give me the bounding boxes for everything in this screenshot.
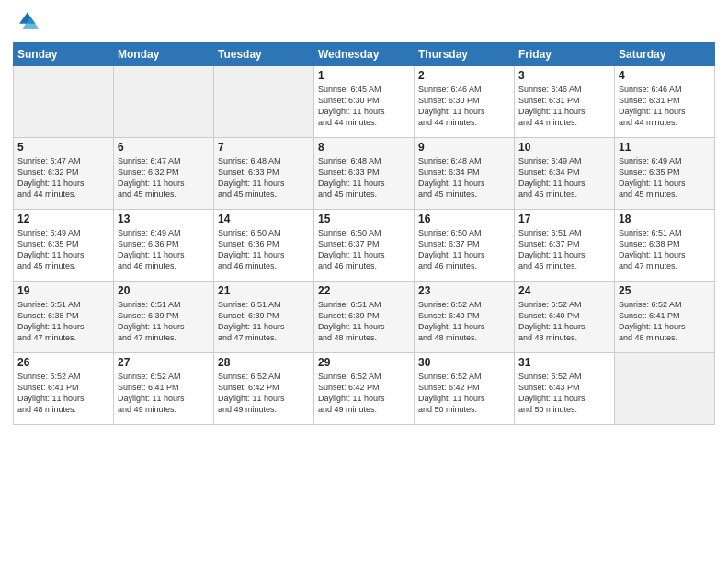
calendar-week-1: 1Sunrise: 6:45 AM Sunset: 6:30 PM Daylig… (14, 66, 715, 138)
day-info: Sunrise: 6:48 AM Sunset: 6:33 PM Dayligh… (218, 155, 310, 201)
day-info: Sunrise: 6:50 AM Sunset: 6:37 PM Dayligh… (318, 227, 410, 272)
day-number: 29 (318, 356, 410, 369)
day-info: Sunrise: 6:46 AM Sunset: 6:31 PM Dayligh… (619, 84, 711, 129)
day-number: 27 (118, 356, 210, 369)
day-number: 25 (619, 284, 711, 297)
day-info: Sunrise: 6:51 AM Sunset: 6:39 PM Dayligh… (318, 299, 410, 344)
calendar-cell: 29Sunrise: 6:52 AM Sunset: 6:42 PM Dayli… (314, 353, 415, 425)
calendar-table: SundayMondayTuesdayWednesdayThursdayFrid… (13, 42, 715, 425)
day-info: Sunrise: 6:52 AM Sunset: 6:40 PM Dayligh… (418, 299, 510, 344)
weekday-header-thursday: Thursday (415, 43, 515, 66)
calendar-cell (114, 66, 214, 138)
day-number: 11 (619, 141, 711, 154)
weekday-header-saturday: Saturday (615, 43, 715, 66)
day-info: Sunrise: 6:47 AM Sunset: 6:32 PM Dayligh… (17, 155, 109, 201)
day-info: Sunrise: 6:51 AM Sunset: 6:38 PM Dayligh… (17, 299, 109, 344)
day-info: Sunrise: 6:48 AM Sunset: 6:34 PM Dayligh… (418, 155, 510, 201)
day-number: 24 (518, 284, 610, 297)
day-number: 21 (218, 284, 310, 297)
day-number: 9 (418, 141, 510, 154)
day-number: 18 (619, 213, 711, 225)
calendar-cell: 15Sunrise: 6:50 AM Sunset: 6:37 PM Dayli… (314, 210, 415, 282)
day-info: Sunrise: 6:52 AM Sunset: 6:41 PM Dayligh… (17, 371, 109, 416)
day-number: 26 (17, 356, 109, 369)
calendar-cell: 19Sunrise: 6:51 AM Sunset: 6:38 PM Dayli… (14, 282, 114, 353)
day-number: 4 (619, 69, 711, 82)
calendar-cell: 11Sunrise: 6:49 AM Sunset: 6:35 PM Dayli… (615, 138, 715, 210)
day-number: 13 (118, 213, 210, 225)
day-info: Sunrise: 6:49 AM Sunset: 6:36 PM Dayligh… (118, 227, 210, 272)
day-info: Sunrise: 6:51 AM Sunset: 6:37 PM Dayligh… (518, 227, 610, 272)
day-info: Sunrise: 6:46 AM Sunset: 6:30 PM Dayligh… (418, 84, 510, 129)
calendar-week-5: 26Sunrise: 6:52 AM Sunset: 6:41 PM Dayli… (14, 353, 715, 425)
weekday-header-row: SundayMondayTuesdayWednesdayThursdayFrid… (14, 43, 715, 66)
day-info: Sunrise: 6:47 AM Sunset: 6:32 PM Dayligh… (118, 155, 210, 201)
day-number: 15 (318, 213, 410, 225)
day-number: 22 (318, 284, 410, 297)
logo-icon (13, 9, 39, 35)
day-info: Sunrise: 6:46 AM Sunset: 6:31 PM Dayligh… (518, 84, 610, 129)
calendar-cell: 24Sunrise: 6:52 AM Sunset: 6:40 PM Dayli… (515, 282, 615, 353)
day-info: Sunrise: 6:52 AM Sunset: 6:42 PM Dayligh… (318, 371, 410, 416)
page-header (13, 9, 715, 35)
day-info: Sunrise: 6:49 AM Sunset: 6:35 PM Dayligh… (17, 227, 109, 272)
calendar-cell: 27Sunrise: 6:52 AM Sunset: 6:41 PM Dayli… (114, 353, 214, 425)
calendar-cell: 9Sunrise: 6:48 AM Sunset: 6:34 PM Daylig… (415, 138, 515, 210)
day-number: 19 (17, 284, 109, 297)
day-number: 3 (518, 69, 610, 82)
day-info: Sunrise: 6:51 AM Sunset: 6:39 PM Dayligh… (218, 299, 310, 344)
calendar-cell: 2Sunrise: 6:46 AM Sunset: 6:30 PM Daylig… (415, 66, 515, 138)
calendar-cell: 25Sunrise: 6:52 AM Sunset: 6:41 PM Dayli… (615, 282, 715, 353)
calendar-cell: 10Sunrise: 6:49 AM Sunset: 6:34 PM Dayli… (515, 138, 615, 210)
day-info: Sunrise: 6:52 AM Sunset: 6:41 PM Dayligh… (619, 299, 711, 344)
calendar-cell: 14Sunrise: 6:50 AM Sunset: 6:36 PM Dayli… (214, 210, 314, 282)
calendar-cell: 8Sunrise: 6:48 AM Sunset: 6:33 PM Daylig… (314, 138, 415, 210)
calendar-cell: 6Sunrise: 6:47 AM Sunset: 6:32 PM Daylig… (114, 138, 214, 210)
calendar-cell: 17Sunrise: 6:51 AM Sunset: 6:37 PM Dayli… (515, 210, 615, 282)
day-number: 6 (118, 141, 210, 154)
calendar-cell: 20Sunrise: 6:51 AM Sunset: 6:39 PM Dayli… (114, 282, 214, 353)
calendar-cell (14, 66, 114, 138)
calendar-cell: 22Sunrise: 6:51 AM Sunset: 6:39 PM Dayli… (314, 282, 415, 353)
calendar-page: SundayMondayTuesdayWednesdayThursdayFrid… (0, 0, 728, 563)
calendar-cell: 28Sunrise: 6:52 AM Sunset: 6:42 PM Dayli… (214, 353, 314, 425)
day-number: 14 (218, 213, 310, 225)
day-number: 7 (218, 141, 310, 154)
day-info: Sunrise: 6:52 AM Sunset: 6:41 PM Dayligh… (118, 371, 210, 416)
day-info: Sunrise: 6:52 AM Sunset: 6:40 PM Dayligh… (518, 299, 610, 344)
day-info: Sunrise: 6:50 AM Sunset: 6:37 PM Dayligh… (418, 227, 510, 272)
day-info: Sunrise: 6:49 AM Sunset: 6:34 PM Dayligh… (518, 155, 610, 201)
calendar-cell: 12Sunrise: 6:49 AM Sunset: 6:35 PM Dayli… (14, 210, 114, 282)
calendar-week-2: 5Sunrise: 6:47 AM Sunset: 6:32 PM Daylig… (14, 138, 715, 210)
calendar-cell: 18Sunrise: 6:51 AM Sunset: 6:38 PM Dayli… (615, 210, 715, 282)
logo (13, 9, 42, 35)
day-number: 31 (518, 356, 610, 369)
calendar-cell: 1Sunrise: 6:45 AM Sunset: 6:30 PM Daylig… (314, 66, 415, 138)
day-number: 28 (218, 356, 310, 369)
day-info: Sunrise: 6:50 AM Sunset: 6:36 PM Dayligh… (218, 227, 310, 272)
day-number: 16 (418, 213, 510, 225)
day-info: Sunrise: 6:48 AM Sunset: 6:33 PM Dayligh… (318, 155, 410, 201)
calendar-cell: 4Sunrise: 6:46 AM Sunset: 6:31 PM Daylig… (615, 66, 715, 138)
weekday-header-monday: Monday (114, 43, 214, 66)
weekday-header-wednesday: Wednesday (314, 43, 415, 66)
day-info: Sunrise: 6:49 AM Sunset: 6:35 PM Dayligh… (619, 155, 711, 201)
weekday-header-tuesday: Tuesday (214, 43, 314, 66)
calendar-cell: 16Sunrise: 6:50 AM Sunset: 6:37 PM Dayli… (415, 210, 515, 282)
day-number: 1 (318, 69, 410, 82)
day-number: 8 (318, 141, 410, 154)
day-info: Sunrise: 6:52 AM Sunset: 6:43 PM Dayligh… (518, 371, 610, 416)
calendar-cell (615, 353, 715, 425)
calendar-cell: 30Sunrise: 6:52 AM Sunset: 6:42 PM Dayli… (415, 353, 515, 425)
day-info: Sunrise: 6:52 AM Sunset: 6:42 PM Dayligh… (218, 371, 310, 416)
day-number: 2 (418, 69, 510, 82)
day-info: Sunrise: 6:51 AM Sunset: 6:38 PM Dayligh… (619, 227, 711, 272)
day-info: Sunrise: 6:51 AM Sunset: 6:39 PM Dayligh… (118, 299, 210, 344)
calendar-cell: 7Sunrise: 6:48 AM Sunset: 6:33 PM Daylig… (214, 138, 314, 210)
calendar-cell: 13Sunrise: 6:49 AM Sunset: 6:36 PM Dayli… (114, 210, 214, 282)
calendar-cell: 5Sunrise: 6:47 AM Sunset: 6:32 PM Daylig… (14, 138, 114, 210)
calendar-cell: 31Sunrise: 6:52 AM Sunset: 6:43 PM Dayli… (515, 353, 615, 425)
calendar-cell: 23Sunrise: 6:52 AM Sunset: 6:40 PM Dayli… (415, 282, 515, 353)
calendar-cell: 3Sunrise: 6:46 AM Sunset: 6:31 PM Daylig… (515, 66, 615, 138)
day-info: Sunrise: 6:45 AM Sunset: 6:30 PM Dayligh… (318, 84, 410, 129)
